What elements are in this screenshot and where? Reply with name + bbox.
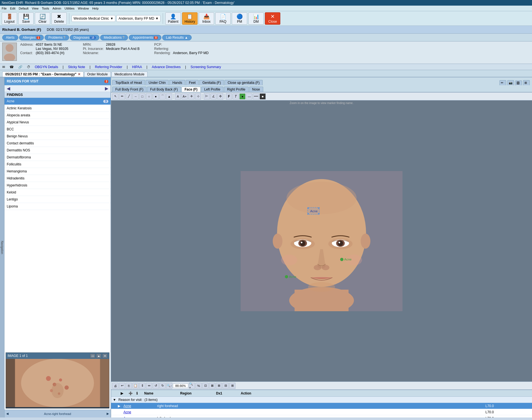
menu-default[interactable]: Default <box>19 7 29 10</box>
dm-button[interactable]: 📊 DM <box>248 12 264 25</box>
finding-item-dermatofibroma[interactable]: Dermatofibroma <box>4 154 111 161</box>
extra-tool[interactable]: ✣ <box>217 93 223 100</box>
font-bold[interactable]: F <box>226 93 232 100</box>
finding-item-keloid[interactable]: Keloid <box>4 189 111 196</box>
measure-tool[interactable]: ⊹ <box>195 93 201 100</box>
referring-link[interactable]: Referring Provider <box>95 65 122 69</box>
image-up-btn[interactable]: ▲ <box>96 354 101 358</box>
line-tool[interactable]: ╱ <box>126 93 132 100</box>
rect-tool[interactable]: □ <box>139 93 145 100</box>
expand-row-0[interactable]: ▶ <box>118 404 123 408</box>
font-italic[interactable]: T <box>233 93 239 100</box>
menu-tools[interactable]: Tools <box>42 7 49 10</box>
finding-item-alopecia[interactable]: Alopecia areata <box>4 112 111 119</box>
clear-button[interactable]: 🔄 Clear <box>35 12 50 25</box>
finding-item-hemangioma[interactable]: Hemangioma <box>4 168 111 175</box>
layout-btn[interactable]: ⊞ <box>229 383 235 389</box>
grid-btn[interactable]: ⊟ <box>223 383 229 389</box>
allergies-button[interactable]: Allergies 1 <box>19 35 44 40</box>
tool-pencil-btn[interactable]: ✏ <box>499 80 506 85</box>
diagnoses-button[interactable]: Diagnoses 15 <box>70 35 99 40</box>
angle-tool[interactable]: ⌒ <box>159 93 166 100</box>
hipaa-link[interactable]: HIPAA <box>132 65 142 69</box>
table-row-1[interactable]: Acne L70.0 <box>111 409 532 415</box>
tab-hands[interactable]: Hands <box>169 80 185 85</box>
line-style-2[interactable]: ━━━ <box>253 93 259 100</box>
next-btn[interactable]: ▶ <box>107 412 109 416</box>
tab-top-back-head[interactable]: Top/Back of Head <box>112 80 145 85</box>
finding-item-hyperhidrosis[interactable]: Hyperhidrosis <box>4 182 111 189</box>
clinic-dropdown[interactable]: Westside Medical Clinic ▼ <box>72 15 115 22</box>
fit-width-btn[interactable]: ⊠ <box>209 383 215 389</box>
table-row-2[interactable]: Acne left cheek L70.0 <box>111 415 532 417</box>
text-tool[interactable]: A <box>175 93 181 100</box>
history-button[interactable]: 📋 History <box>182 12 198 25</box>
select-tool[interactable]: ↖ <box>112 93 118 100</box>
pm-button[interactable]: 🔵 PM <box>232 12 247 25</box>
provider-dropdown[interactable]: Anderson, Barry FP MD ▼ <box>116 15 160 22</box>
paq-button[interactable]: 📄 PAQ <box>215 12 231 25</box>
resize-h-btn[interactable]: ⇔ <box>146 383 152 389</box>
finding-item-actinic-keratosis[interactable]: Actinic Keratosis <box>4 105 111 112</box>
tool-grid-btn[interactable]: ⊞ <box>523 80 530 85</box>
subtab-full-body-back[interactable]: Full Body Back (F) <box>147 87 181 92</box>
menu-utilities[interactable]: Utilities <box>65 7 74 10</box>
text-large-tool[interactable]: A+ <box>182 93 188 100</box>
menu-help[interactable]: Help <box>92 7 99 10</box>
finding-item-hidradenitis[interactable]: Hidradenitis <box>4 175 111 182</box>
finding-item-folliculitis[interactable]: Folliculitis <box>4 161 111 168</box>
lab-results-button[interactable]: Lab Results ▲ <box>162 35 191 40</box>
tab-feet[interactable]: Feet <box>186 80 199 85</box>
tile-btn[interactable]: ⊞ <box>216 383 222 389</box>
problems-button[interactable]: Problems ? <box>45 35 69 40</box>
finding-item-atypical-nevus[interactable]: Atypical Nevus <box>4 119 111 126</box>
close-button[interactable]: ✕ Close <box>265 12 280 25</box>
screening-link[interactable]: Screening Summary <box>191 65 221 69</box>
medications-module-tab[interactable]: Medications Module <box>111 71 148 77</box>
zoom-out-btn[interactable]: 🔍- <box>166 383 172 389</box>
finding-item-contact-dermatitis[interactable]: Contact dermatitis <box>4 140 111 147</box>
arrow-tool[interactable]: → <box>132 93 139 100</box>
redo-btn[interactable]: ↻ <box>159 383 166 389</box>
finding-item-acne[interactable]: Acne 3 <box>4 98 111 105</box>
zoom-pct-btn[interactable]: % <box>196 383 202 389</box>
finding-item-dermatitis-nos[interactable]: Dermatitis NOS <box>4 147 111 154</box>
row-1-name[interactable]: Acne <box>123 410 157 414</box>
alerts-button[interactable]: Alerts <box>2 35 18 40</box>
patient-button[interactable]: 👤 Patient <box>165 12 181 25</box>
obgyn-link[interactable]: OBGYN Details <box>35 65 58 69</box>
fill-tool[interactable]: ▲ <box>166 93 172 100</box>
subtab-right-profile[interactable]: Right Profile <box>224 87 248 92</box>
paste-btn[interactable]: 📋 <box>132 383 139 389</box>
menu-edit[interactable]: Edit <box>10 7 15 10</box>
fit-page-btn[interactable]: ⊡ <box>202 383 208 389</box>
row-2-name[interactable]: Acne <box>123 416 157 418</box>
subtab-full-body-front[interactable]: Full Body Front (F) <box>112 87 146 92</box>
advance-directives-link[interactable]: Advance Directives <box>152 65 181 69</box>
subtab-left-profile[interactable]: Left Profile <box>201 87 223 92</box>
table-row-0[interactable]: ▶ Acne right forehead L70.0 <box>111 403 532 409</box>
visit-tab-exam[interactable]: 05/26/2017 02:05 PM : "Exam - Dermatolog… <box>2 71 84 77</box>
tool-image-btn[interactable]: 🖼 <box>515 80 522 85</box>
row-0-name[interactable]: Acne <box>123 404 157 408</box>
color-green[interactable]: ● <box>239 93 246 100</box>
subtab-nose[interactable]: Nose <box>249 87 263 92</box>
cursor-tool[interactable]: ✛ <box>188 93 194 100</box>
finding-item-lentigo[interactable]: Lentigo <box>4 196 111 203</box>
subtab-face-f[interactable]: Face (F) <box>182 87 201 92</box>
menu-window[interactable]: Window <box>78 7 89 10</box>
finding-item-lipoma[interactable]: Lipoma <box>4 203 111 210</box>
menu-file[interactable]: File <box>2 7 7 10</box>
image-restore-btn[interactable]: ▭ <box>90 354 95 358</box>
pencil-tool[interactable]: ✏ <box>119 93 125 100</box>
findings-next-btn[interactable]: ▶ <box>105 86 108 91</box>
copy-btn[interactable]: ⎘ <box>126 383 132 389</box>
logout-button[interactable]: 🚪 Logout <box>2 12 17 25</box>
menu-admin[interactable]: Admin <box>52 7 61 10</box>
order-module-tab[interactable]: Order Module <box>84 71 111 77</box>
save-button[interactable]: 💾 Save <box>18 12 34 25</box>
delete-button[interactable]: ✖ Delete <box>51 12 67 25</box>
protractor-tool[interactable]: ∠ <box>210 93 217 100</box>
medications-button[interactable]: Medications ? <box>100 35 128 40</box>
ruler-tool[interactable]: ⊢ <box>204 93 210 100</box>
